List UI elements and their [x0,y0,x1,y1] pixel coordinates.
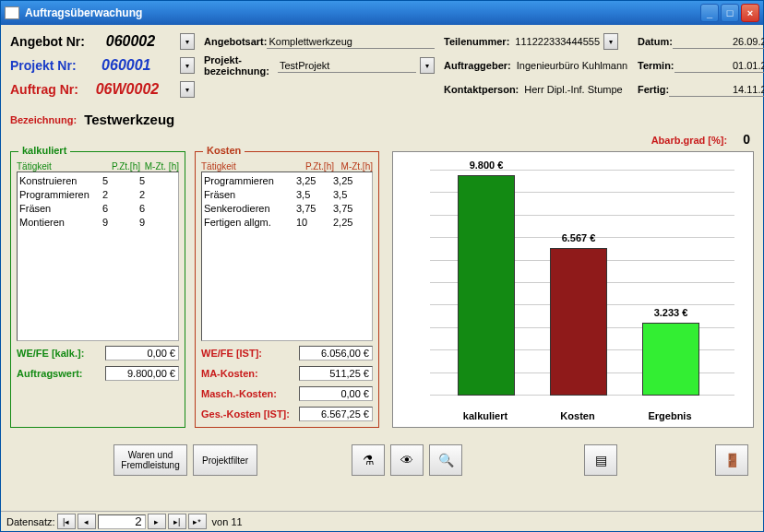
datensatz-label: Datensatz: [6,516,55,527]
binoculars-icon: 👁 [400,453,413,467]
auftragswert-label: Auftragswert: [17,368,105,379]
table-row[interactable]: Senkerodieren3,753,75 [204,202,370,216]
kost-col2: P.Zt.[h] [295,161,334,171]
datum-value[interactable]: 26.09.2006 [673,35,764,49]
window-title: Auftragsüberwachung [25,6,700,19]
nav-last-button[interactable]: ▸| [168,514,186,529]
door-exit-icon: 🚪 [724,453,740,467]
termin-label: Termin: [638,60,674,71]
filter-off-icon: ⚗ [363,453,375,467]
auftraggeber-label: Auftraggeber: [444,60,511,71]
projektbez-label: Projekt-bezeichnung: [204,54,278,77]
kalkuliert-legend: kalkuliert [18,145,70,156]
bezeichnung-label: Bezeichnung: [10,114,77,125]
projekt-value: 060001 [77,57,176,74]
report-icon: ▤ [595,453,607,467]
kost-col1: Tätigkeit [201,161,295,171]
kontakt-label: Kontaktperson: [444,84,519,95]
auftrag-value: 06W0002 [78,81,176,98]
kalkuliert-panel: kalkuliert Tätigkeit P.Zt.[h] M-Zt. [h] … [10,151,185,428]
auftrag-dropdown[interactable]: ▾ [180,81,195,98]
teilenr-dropdown[interactable]: ▾ [603,33,618,50]
kalk-col2: P.Zt.[h] [101,161,140,171]
abarb-label: Abarb.grad [%]: [651,135,728,146]
table-row[interactable]: Fertigen allgm.102,25 [204,216,370,230]
masch-kosten-value: 0,00 € [299,386,373,401]
kalk-col1: Tätigkeit [17,161,101,171]
masch-kosten-label: Masch.-Kosten: [201,388,299,399]
kosten-legend: Kosten [203,145,245,156]
angebot-label: Angebot Nr: [10,34,85,49]
nav-prev-button[interactable]: ◂ [78,514,96,529]
kontakt-value: Herr Dipl.-Inf. Stumpe [524,84,622,95]
nav-new-button[interactable]: ▸* [188,514,207,529]
abarb-value: 0 [743,132,750,147]
wefe-kalk-label: WE/FE [kalk.]: [17,348,105,359]
projekt-dropdown[interactable]: ▾ [180,57,195,74]
kalk-col3: M-Zt. [h] [140,161,179,171]
teilenr-value: 111222333444555 [515,36,600,47]
magnifier-icon: 🔍 [438,453,454,467]
fertig-value[interactable]: 14.11.2006 [669,83,764,97]
minimize-button[interactable]: _ [700,4,719,22]
binoculars-button[interactable]: 👁 [390,444,424,476]
wefe-kalk-value: 0,00 € [105,346,179,361]
chart-panel: 9.800 €6.567 €3.233 € kalkuliertKostenEr… [392,151,754,428]
auftrag-label: Auftrag Nr: [10,82,78,97]
zoom-button[interactable]: 🔍 [429,444,462,476]
close-button[interactable]: × [741,4,759,22]
chart-bar: 3.233 € [642,323,699,396]
table-row[interactable]: Konstruieren55 [19,174,176,188]
projektbez-value[interactable]: TestProjekt [278,59,416,73]
chart-bar: 6.567 € [550,248,607,396]
table-row[interactable]: Fräsen3,53,5 [204,188,370,202]
ma-kosten-value: 511,25 € [299,366,373,381]
table-row[interactable]: Montieren99 [19,216,176,230]
report-button[interactable]: ▤ [584,444,617,476]
table-row[interactable]: Programmieren3,253,25 [204,174,370,188]
teilenr-label: Teilenummer: [444,36,509,47]
nav-first-button[interactable]: |◂ [57,514,76,529]
bezeichnung-value: Testwerkzeug [84,112,174,127]
angebotsart-label: Angebotsart: [204,36,267,47]
nav-next-button[interactable]: ▸ [148,514,166,529]
table-row[interactable]: Fräsen66 [19,202,176,216]
nav-count: von 11 [212,516,243,527]
nav-current-input[interactable] [98,514,146,529]
kost-col3: M-Zt.[h] [334,161,373,171]
angebotsart-value[interactable]: Komplettwerkzeug [267,35,435,49]
wefe-ist-label: WE/FE [IST]: [201,348,299,359]
ma-kosten-label: MA-Kosten: [201,368,299,379]
chart-bar: 9.800 € [458,175,515,396]
projektfilter-button[interactable]: Projektfilter [193,444,257,476]
filter-off-button[interactable]: ⚗ [352,444,385,476]
kalkuliert-table[interactable]: Konstruieren55Programmieren22Fräsen66Mon… [17,171,179,341]
auftragswert-value: 9.800,00 € [105,366,179,381]
ges-kosten-value: 6.567,25 € [299,407,373,421]
table-row[interactable]: Programmieren22 [19,188,176,202]
maximize-button[interactable]: □ [721,4,739,22]
chart-axis-label: Kosten [541,410,615,421]
form-icon [5,6,19,19]
termin-value[interactable]: 01.01.2004 [674,59,764,73]
auftraggeber-value: Ingenieurbüro Kuhlmann [517,60,627,71]
exit-button[interactable]: 🚪 [715,444,748,476]
kosten-panel: Kosten Tätigkeit P.Zt.[h] M-Zt.[h] Progr… [195,151,379,428]
datum-label: Datum: [638,36,673,47]
chart-axis-label: kalkuliert [448,410,522,421]
fertig-label: Fertig: [638,84,669,95]
waren-button[interactable]: Waren und Fremdleistung [113,444,187,476]
kosten-table[interactable]: Programmieren3,253,25Fräsen3,53,5Senkero… [201,171,373,341]
projekt-label: Projekt Nr: [10,58,77,73]
chart-axis-label: Ergebnis [633,410,707,421]
angebot-value: 060002 [85,33,176,50]
wefe-ist-value: 6.056,00 € [299,346,373,361]
angebot-dropdown[interactable]: ▾ [180,33,195,50]
ges-kosten-label: Ges.-Kosten [IST]: [201,408,299,420]
projektbez-dropdown[interactable]: ▾ [420,57,435,74]
